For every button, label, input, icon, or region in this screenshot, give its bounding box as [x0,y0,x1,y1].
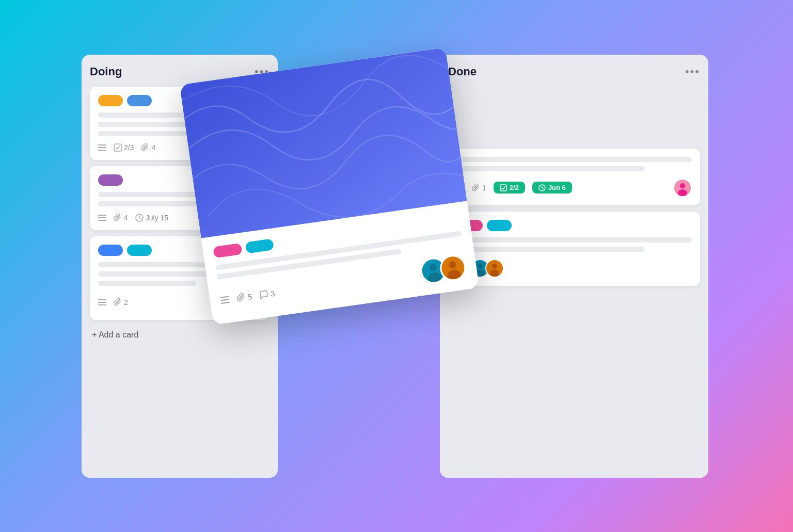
floating-tag-pink [213,243,242,257]
list-icon-3 [98,298,106,307]
attachment-icon-3: 2 [114,298,128,307]
done-card-1-line-2 [456,166,645,171]
done-card-2-tags [456,220,692,231]
svg-rect-9 [98,302,106,303]
floating-attachment-count: 5 [247,292,253,301]
done-column-title: Done [448,65,477,78]
attachment-count-2: 4 [124,214,128,222]
done-avatar-1 [673,179,692,197]
svg-rect-10 [98,304,106,305]
date-icon: July 15 [135,214,168,222]
svg-point-29 [478,264,483,269]
svg-rect-8 [98,299,106,300]
svg-rect-6 [98,220,106,221]
tag-blue [127,95,152,106]
floating-comment-icon: 3 [259,288,276,299]
svg-rect-35 [220,296,229,298]
add-card-button[interactable]: + Add a card [90,326,269,344]
checklist-icon: 2/3 [114,143,134,152]
card-1-line-3 [98,131,196,136]
done-column: Done ••• 1 2/2 [440,55,708,478]
svg-rect-36 [220,298,230,301]
done1-attachment: 1 [482,184,486,192]
done-card-1[interactable]: 1 2/2 Jun 6 [448,149,700,205]
tag-cyan [127,245,152,256]
done-spacer [448,87,700,149]
svg-rect-2 [98,150,106,151]
floating-card: 5 3 [180,47,479,325]
floating-card-avatars [419,253,467,285]
done-card-2-line-1 [456,237,692,243]
svg-rect-1 [98,147,106,148]
attachment-count: 4 [151,143,155,152]
done-card-2-line-2 [456,247,645,252]
done-column-menu[interactable]: ••• [685,65,700,78]
list-icon [98,143,106,152]
done-card-2[interactable] [448,212,700,286]
floating-tag-cyan [245,238,274,253]
date-badge: Jun 6 [532,182,572,194]
done-card-1-avatars [673,179,692,197]
doing-column-title: Doing [90,65,122,78]
floating-list-icon [220,295,230,305]
checklist-count: 2/3 [124,143,134,152]
attachment-count-3: 2 [124,298,128,307]
checklist-badge-text: 2/2 [510,184,519,191]
svg-rect-0 [98,144,106,146]
done-card-2-footer [456,259,692,278]
attachment-icon: 4 [141,143,155,152]
svg-rect-37 [220,301,230,304]
tag-blue-dark [98,245,123,256]
add-card-label: + Add a card [92,330,138,340]
done-card-1-line-1 [456,157,692,162]
svg-point-23 [680,183,685,188]
date-badge-text: Jun 6 [548,184,566,191]
list-icon-2 [98,214,106,222]
svg-rect-5 [98,217,106,218]
done-card-1-footer: 1 2/2 Jun 6 [456,179,692,197]
attachment-icon-2: 4 [114,214,128,222]
floating-attachment-icon: 5 [236,291,253,302]
tag-cyan-done [487,220,512,231]
floating-comment-count: 3 [270,288,276,298]
svg-rect-20 [500,185,506,191]
done-column-header: Done ••• [448,65,700,78]
tag-purple [98,174,123,186]
done-avatar-4 [485,259,504,278]
card-3-line-3 [98,281,196,286]
tag-yellow [98,95,123,106]
board-container: Doing ••• 2/3 [61,34,732,498]
svg-point-32 [492,264,497,269]
attachment-icon-done1: 1 [472,184,486,192]
card-2-date: July 15 [146,214,168,222]
svg-rect-4 [98,215,106,216]
checklist-badge: 2/2 [494,182,525,194]
svg-rect-3 [114,144,121,151]
